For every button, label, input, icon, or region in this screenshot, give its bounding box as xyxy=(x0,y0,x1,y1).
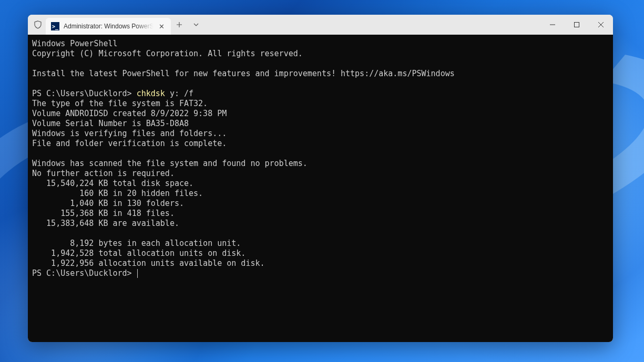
terminal-line: No further action is required. xyxy=(32,169,175,178)
terminal-line: The type of the file system is FAT32. xyxy=(32,99,208,108)
terminal-line: File and folder verification is complete… xyxy=(32,139,227,148)
tab-dropdown-button[interactable] xyxy=(188,15,205,35)
powershell-icon: >_ xyxy=(51,22,59,30)
terminal-line: Copyright (C) Microsoft Corporation. All… xyxy=(32,49,303,58)
tab-title: Administrator: Windows PowerShell xyxy=(64,23,154,30)
terminal-line: Windows is verifying files and folders..… xyxy=(32,129,227,138)
terminal-line: Windows has scanned the file system and … xyxy=(32,159,308,168)
admin-shield-icon xyxy=(28,15,44,35)
tab-powershell[interactable]: >_ Administrator: Windows PowerShell ✕ xyxy=(46,18,171,35)
new-tab-button[interactable] xyxy=(171,15,188,35)
terminal-prompt: PS C:\Users\Ducklord> xyxy=(32,268,137,278)
terminal-line: 155,368 KB in 418 files. xyxy=(32,209,175,218)
terminal-line: Volume ANDROIDSD created 8/9/2022 9:38 P… xyxy=(32,109,227,118)
minimize-button[interactable] xyxy=(540,15,565,35)
terminal-content[interactable]: Windows PowerShell Copyright (C) Microso… xyxy=(28,35,613,342)
window-titlebar[interactable]: >_ Administrator: Windows PowerShell ✕ xyxy=(28,15,613,35)
close-button[interactable] xyxy=(589,15,613,35)
terminal-line: 8,192 bytes in each allocation unit. xyxy=(32,239,241,248)
terminal-line: 1,040 KB in 130 folders. xyxy=(32,199,184,208)
cursor xyxy=(137,269,138,278)
terminal-command: chkdsk xyxy=(137,89,165,98)
window-controls xyxy=(540,15,613,35)
terminal-line: 160 KB in 20 hidden files. xyxy=(32,189,203,198)
terminal-line: Windows PowerShell xyxy=(32,39,118,48)
terminal-line: 1,922,956 allocation units available on … xyxy=(32,258,265,268)
terminal-line: 15,540,224 KB total disk space. xyxy=(32,179,193,188)
tab-close-button[interactable]: ✕ xyxy=(158,22,166,31)
terminal-line: Install the latest PowerShell for new fe… xyxy=(32,69,455,78)
terminal-prompt: PS C:\Users\Ducklord> xyxy=(32,89,137,98)
terminal-line: 1,942,528 total allocation units on disk… xyxy=(32,249,246,258)
terminal-window: >_ Administrator: Windows PowerShell ✕ W… xyxy=(28,15,613,342)
terminal-line: 15,383,648 KB are available. xyxy=(32,219,179,228)
terminal-line: Volume Serial Number is BA35-D8A8 xyxy=(32,119,189,128)
svg-rect-0 xyxy=(575,23,579,27)
terminal-args: y: /f xyxy=(165,89,193,98)
maximize-button[interactable] xyxy=(565,15,589,35)
